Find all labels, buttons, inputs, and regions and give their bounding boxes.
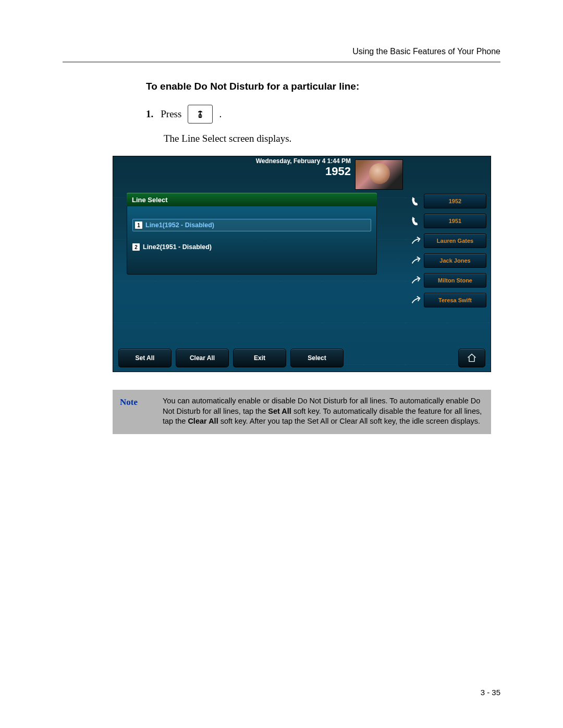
line-label: Line2(1951 - Disabled) (143, 243, 212, 251)
softkey-label: Teresa Swift (424, 293, 486, 307)
running-header: Using the Basic Features of Your Phone (352, 47, 500, 56)
line-select-panel: Line Select 1 Line1(1952 - Disabled) 2 L… (127, 193, 377, 275)
softkey-label: Lauren Gates (424, 233, 486, 248)
speed-dial-icon (408, 294, 424, 306)
section-heading: To enable Do Not Disturb for a particula… (146, 81, 500, 92)
screenshot-extension: 1952 (325, 165, 351, 178)
svg-text:DND: DND (198, 115, 203, 117)
step-subtext: The Line Select screen displays. (164, 133, 500, 144)
softkey-exit[interactable]: Exit (233, 349, 286, 367)
speed-dial-icon (408, 235, 424, 246)
line-key-1951[interactable]: 1951 (408, 214, 486, 228)
line-index-badge: 1 (135, 221, 142, 229)
softkey-label: 1952 (424, 194, 486, 208)
video-self-view (355, 159, 403, 190)
softkey-row: Set All Clear All Exit Select (118, 349, 485, 367)
note-callout: Note You can automatically enable or dis… (113, 390, 491, 434)
dnd-button-icon: DND (188, 105, 213, 124)
note-text-part: soft key. After you tap the Set All or C… (218, 417, 480, 425)
speed-dial-jack-jones[interactable]: Jack Jones (408, 253, 486, 268)
softkey-label: Milton Stone (424, 273, 486, 288)
note-label: Note (113, 390, 161, 434)
line-label: Line1(1952 - Disabled) (145, 221, 214, 229)
note-bold-set-all: Set All (268, 407, 291, 415)
phone-screenshot: Wednesday, February 4 1:44 PM 1952 Line … (113, 156, 491, 372)
speed-dial-teresa-swift[interactable]: Teresa Swift (408, 293, 486, 307)
line-key-1952[interactable]: 1952 (408, 194, 486, 208)
handset-icon (408, 195, 424, 207)
speed-dial-milton-stone[interactable]: Milton Stone (408, 273, 486, 288)
speed-dial-lauren-gates[interactable]: Lauren Gates (408, 233, 486, 248)
softkey-clear-all[interactable]: Clear All (176, 349, 229, 367)
softkey-label: 1951 (424, 214, 486, 228)
speed-dial-icon (408, 255, 424, 266)
header-rule (63, 61, 500, 63)
home-icon (467, 353, 477, 363)
softkey-home[interactable] (458, 349, 485, 367)
softkey-set-all[interactable]: Set All (118, 349, 172, 367)
softkey-label: Jack Jones (424, 253, 486, 268)
line-row-1[interactable]: 1 Line1(1952 - Disabled) (132, 219, 371, 231)
line-row-2[interactable]: 2 Line2(1951 - Disabled) (132, 241, 371, 253)
page-number: 3 - 35 (481, 688, 500, 697)
panel-title: Line Select (127, 193, 377, 206)
handset-icon (408, 215, 424, 227)
softkey-select[interactable]: Select (290, 349, 344, 367)
line-index-badge: 2 (132, 243, 140, 251)
step-number: 1. (146, 108, 153, 120)
note-body: You can automatically enable or disable … (161, 390, 491, 434)
speed-dial-icon (408, 275, 424, 286)
note-bold-clear-all: Clear All (188, 417, 218, 425)
screenshot-datetime: Wednesday, February 4 1:44 PM (256, 157, 351, 165)
right-softkey-column: 1952 1951 Lauren Gates Jack Jones Milton… (408, 194, 486, 307)
step-1: 1. Press DND . (146, 105, 500, 124)
step-suffix: . (219, 108, 222, 120)
step-verb: Press (161, 108, 181, 120)
